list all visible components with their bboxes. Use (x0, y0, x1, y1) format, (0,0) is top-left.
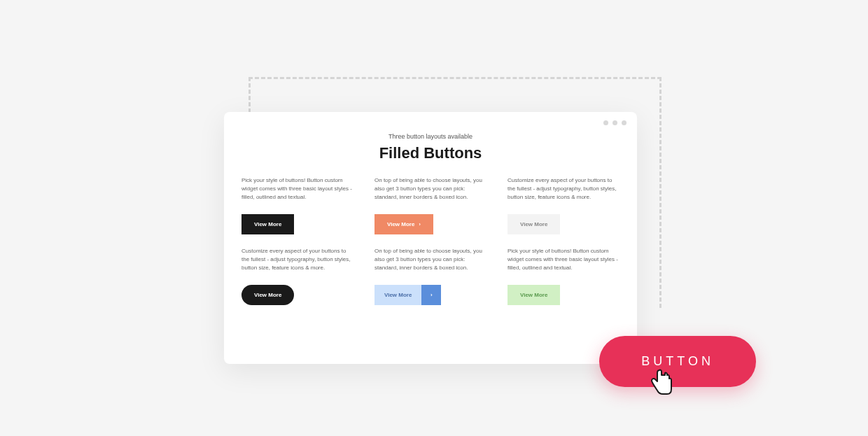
window-dot (603, 120, 608, 125)
card-item: On top of being able to choose layouts, … (374, 176, 486, 234)
view-more-button-gray[interactable]: View More (507, 214, 560, 234)
card-description: Pick your style of buttons! Button custo… (241, 176, 354, 202)
browser-chrome (224, 112, 637, 133)
button-label: View More (520, 292, 547, 298)
subtitle: Three button layouts available (241, 133, 620, 140)
button-label: View More (387, 221, 414, 227)
card-item: Customize every aspect of your buttons t… (507, 176, 620, 234)
window-dot (612, 120, 617, 125)
view-more-button-green[interactable]: View More (507, 285, 560, 305)
card-description: On top of being able to choose layouts, … (374, 176, 486, 202)
card-item: Pick your style of buttons! Button custo… (507, 247, 620, 305)
view-more-button-orange[interactable]: View More › (374, 214, 433, 234)
chevron-right-icon: › (419, 222, 420, 227)
view-more-button-pill[interactable]: View More (241, 285, 294, 305)
button-label: View More (254, 221, 281, 227)
card-description: On top of being able to choose layouts, … (374, 247, 486, 272)
button-label: View More (254, 292, 281, 298)
pointer-hand-icon (648, 366, 676, 398)
cta-button[interactable]: BUTTON (599, 336, 756, 387)
card-item: Pick your style of buttons! Button custo… (241, 176, 354, 234)
button-label: View More (520, 221, 547, 227)
card-description: Customize every aspect of your buttons t… (507, 176, 620, 202)
content-area: Three button layouts available Filled Bu… (224, 133, 637, 319)
card-item: On top of being able to choose layouts, … (374, 247, 486, 305)
window-dot (622, 120, 626, 125)
card-description: Customize every aspect of your buttons t… (241, 247, 354, 272)
card-description: Pick your style of buttons! Button custo… (507, 247, 620, 272)
view-more-button-blue[interactable]: View More › (374, 285, 441, 305)
view-more-button-dark[interactable]: View More (241, 214, 294, 234)
browser-window: Three button layouts available Filled Bu… (224, 112, 637, 364)
card-item: Customize every aspect of your buttons t… (241, 247, 354, 305)
button-grid: Pick your style of buttons! Button custo… (241, 176, 620, 305)
chevron-right-icon: › (421, 285, 441, 305)
page-title: Filled Buttons (241, 144, 620, 162)
button-label: View More (374, 285, 421, 305)
header: Three button layouts available Filled Bu… (241, 133, 620, 162)
